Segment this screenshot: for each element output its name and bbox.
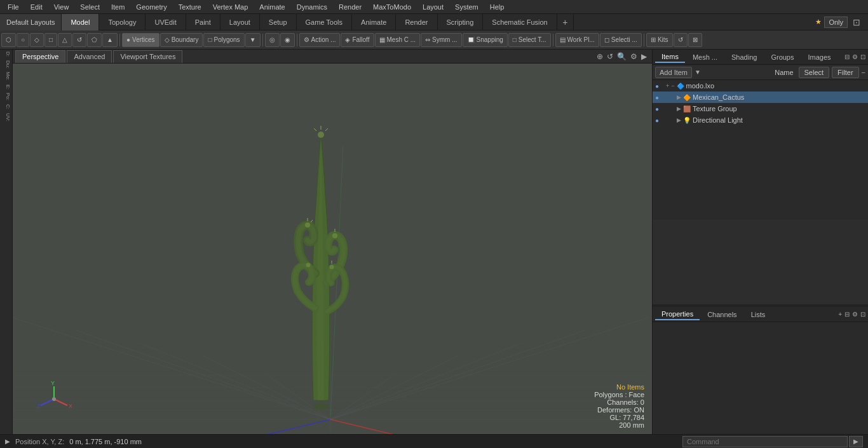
props-maximize-icon[interactable]: ⊡ (860, 311, 865, 318)
tab-model[interactable]: Model (62, 14, 99, 31)
action-button[interactable]: ⚙ Action ... (299, 33, 341, 47)
viewport-rotate-icon[interactable]: ↺ (607, 52, 613, 61)
add-item-button[interactable]: Add Item (655, 67, 692, 78)
tool-up[interactable]: ▲ (102, 33, 118, 47)
viewport-zoom-icon[interactable]: 🔍 (617, 52, 627, 61)
viewport-more-icon[interactable]: ▶ (641, 52, 647, 61)
viewport-settings-icon[interactable]: ⚙ (630, 52, 637, 61)
eye-icon-texture[interactable]: ● (655, 105, 664, 112)
props-add-icon[interactable]: + (838, 311, 842, 318)
tool-diamond[interactable]: ◇ (30, 33, 44, 47)
eye-icon-root[interactable]: ● (655, 83, 664, 90)
tool-circle[interactable]: ○ (17, 33, 29, 47)
menu-maxtomodo[interactable]: MaxToModo (368, 2, 416, 12)
selection-button[interactable]: ◻ Selecti ... (600, 33, 642, 47)
tab-shading[interactable]: Shading (725, 52, 763, 62)
props-shrink-icon[interactable]: ⊟ (844, 311, 850, 318)
tab-mesh[interactable]: Mesh ... (686, 52, 724, 62)
tab-items[interactable]: Items (655, 51, 685, 63)
kits-button[interactable]: ⊞ Kits (646, 33, 673, 47)
add-item-dropdown[interactable]: ▼ (695, 69, 701, 76)
menu-view[interactable]: View (49, 2, 74, 12)
maximize-button[interactable]: ⊡ (850, 17, 863, 27)
vertices-button[interactable]: ● Vertices (122, 33, 159, 47)
menu-render[interactable]: Render (334, 2, 367, 12)
tool-select-icon[interactable]: ⬡ (1, 33, 16, 47)
default-layouts[interactable]: Default Layouts (0, 14, 62, 31)
left-tool-dup[interactable]: Du: (0, 58, 12, 70)
item-row-light[interactable]: ● ▶ 💡 Directional Light (653, 114, 868, 126)
snapping-button[interactable]: 🔲 Snapping (463, 33, 508, 47)
undo-button[interactable]: ↺ (674, 33, 688, 47)
work-plane-button[interactable]: ▤ Work Pl... (555, 33, 599, 47)
command-go-button[interactable]: ▶ (849, 436, 863, 447)
tool-dot[interactable]: ◉ (280, 33, 295, 47)
tab-render[interactable]: Render (396, 14, 437, 31)
items-panel-maximize-icon[interactable]: ⊡ (860, 53, 865, 60)
tab-scripting[interactable]: Scripting (438, 14, 484, 31)
mesh-button[interactable]: ▦ Mesh C ... (375, 33, 421, 47)
viewport-3d[interactable]: X Y Z No Items Polygons : Face Channels:… (13, 64, 652, 434)
tool-sphere[interactable]: ◎ (265, 33, 280, 47)
menu-item[interactable]: Item (106, 2, 130, 12)
tab-animate[interactable]: Animate (352, 14, 396, 31)
tab-channels[interactable]: Channels (701, 309, 743, 320)
tab-topology[interactable]: Topology (99, 14, 146, 31)
left-tool-uv[interactable]: UV: (0, 111, 12, 123)
tab-paint[interactable]: Paint (186, 14, 220, 31)
polygons-button[interactable]: □ Polygons (203, 33, 244, 47)
menu-vertex-map[interactable]: Vertex Map (208, 2, 254, 12)
mode-dropdown[interactable]: ▼ (245, 33, 261, 47)
menu-select[interactable]: Select (75, 2, 105, 12)
menu-edit[interactable]: Edit (25, 2, 48, 12)
expand-icon[interactable]: ▶ (5, 438, 10, 445)
tab-setup[interactable]: Setup (260, 14, 297, 31)
viewport-tab-textures[interactable]: Viewport Textures (113, 50, 182, 63)
tab-images[interactable]: Images (801, 52, 837, 62)
falloff-button[interactable]: ◈ Falloff (341, 33, 374, 47)
items-panel-shrink-icon[interactable]: ⊟ (844, 53, 850, 60)
tab-game-tools[interactable]: Game Tools (297, 14, 353, 31)
eye-icon-light[interactable]: ● (655, 117, 664, 124)
tab-properties[interactable]: Properties (655, 309, 700, 320)
left-tool-e[interactable]: E: (0, 83, 12, 92)
viewport-tab-advanced[interactable]: Advanced (67, 50, 112, 63)
props-settings-icon[interactable]: ⚙ (852, 311, 858, 318)
tab-schematic-fusion[interactable]: Schematic Fusion (483, 14, 557, 31)
item-row-cactus[interactable]: ● ▶ 🔶 Mexican_Cactus (653, 92, 868, 103)
items-panel-settings-icon[interactable]: ⚙ (852, 53, 858, 60)
left-tool-mesh[interactable]: Me: (0, 70, 12, 82)
menu-geometry[interactable]: Geometry (131, 2, 172, 12)
tab-lists[interactable]: Lists (745, 309, 772, 320)
menu-animate[interactable]: Animate (254, 2, 290, 12)
menu-texture[interactable]: Texture (173, 2, 207, 12)
left-tool-c[interactable]: C: (0, 102, 12, 111)
tab-groups[interactable]: Groups (764, 52, 800, 62)
tool-triangle[interactable]: △ (58, 33, 72, 47)
add-tab-button[interactable]: + (557, 14, 574, 31)
menu-help[interactable]: Help (485, 2, 510, 12)
tool-hex[interactable]: ⬠ (87, 33, 102, 47)
select-type-button[interactable]: □ Select T... (508, 33, 551, 47)
command-input[interactable] (682, 436, 848, 447)
left-tool-poly[interactable]: Po: (0, 91, 12, 102)
items-list[interactable]: ● + − 🔷 modo.lxo ● ▶ 🔶 Mexican_Cactus ● (653, 80, 868, 220)
items-select-button[interactable]: Select (799, 67, 830, 78)
menu-layout[interactable]: Layout (417, 2, 449, 12)
items-filter-button[interactable]: Filter (832, 67, 858, 78)
viewport-home-icon[interactable]: ⊕ (597, 52, 603, 61)
viewport-tab-perspective[interactable]: Perspective (15, 50, 65, 63)
tab-layout[interactable]: Layout (220, 14, 260, 31)
eye-icon-cactus[interactable]: ● (655, 94, 664, 101)
tool-rotate[interactable]: ↺ (72, 33, 86, 47)
only-button[interactable]: Only (824, 17, 848, 28)
menu-system[interactable]: System (450, 2, 484, 12)
tab-uvedit[interactable]: UVEdit (146, 14, 186, 31)
tool-square[interactable]: □ (44, 33, 57, 47)
boundary-button[interactable]: ◇ Boundary (160, 33, 203, 47)
menu-file[interactable]: File (3, 2, 24, 12)
symmetry-button[interactable]: ⇔ Symm ... (421, 33, 461, 47)
item-row-root[interactable]: ● + − 🔷 modo.lxo (653, 80, 868, 92)
item-row-texture[interactable]: ● ▶ 🟫 Texture Group (653, 103, 868, 114)
left-tool-d[interactable]: D: (0, 50, 12, 58)
